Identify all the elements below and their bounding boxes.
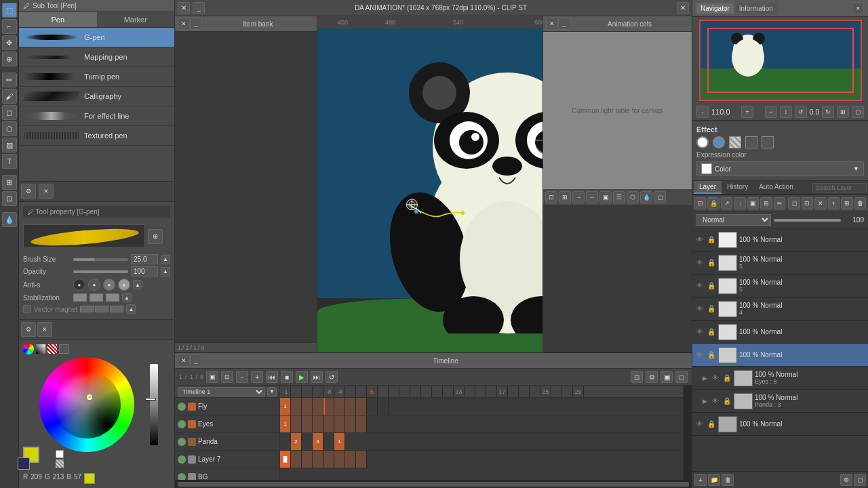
swatch-background[interactable] <box>18 458 30 470</box>
stab-seg-3[interactable] <box>106 293 119 302</box>
eyes-f-3[interactable]: 3 <box>302 415 313 432</box>
layer-lock-9[interactable]: 🔒 <box>707 420 716 429</box>
brush-item-textured[interactable]: Textured pen <box>19 126 174 146</box>
layer-tb-clip[interactable]: ▣ <box>747 197 759 209</box>
layer-add-btn[interactable]: + <box>694 474 707 486</box>
navigator-preview[interactable] <box>699 20 862 101</box>
layer-tab-auto[interactable]: Auto Action <box>753 181 799 194</box>
layer-row-2[interactable]: 👁 🔒 100 % Normal 5 <box>692 251 868 274</box>
tl-onion-btn[interactable]: ⊡ <box>221 371 233 383</box>
tl-stop-btn[interactable]: ■ <box>281 371 293 383</box>
tl-settings-btn[interactable]: ⚙ <box>646 371 658 383</box>
aa-up[interactable]: ▲ <box>133 280 142 289</box>
item-bank-close[interactable]: ✕ <box>178 18 190 30</box>
tl-eye-eyes[interactable] <box>178 420 186 428</box>
layer-tb-merge[interactable]: ⊞ <box>841 197 852 209</box>
zoom-tool[interactable]: ⊕ <box>2 52 17 66</box>
l7-f-2[interactable] <box>302 451 313 468</box>
select-tool[interactable]: ⬚ <box>2 3 17 18</box>
l7-f-6[interactable] <box>345 451 356 468</box>
stab-seg-1[interactable] <box>73 293 87 302</box>
timeline-menu-btn[interactable]: ▼ <box>267 387 277 396</box>
canvas-container[interactable]: 450 490 540 600 660 <box>317 16 542 352</box>
layer-opacity-slider[interactable] <box>774 219 842 222</box>
nav-extra-1[interactable]: ⊞ <box>837 106 849 118</box>
eyes-f-5[interactable]: 5 <box>323 415 334 432</box>
layer-vis-6[interactable]: 👁 <box>695 350 705 360</box>
panda-kf-3[interactable]: 3 <box>313 433 323 450</box>
opacity-up[interactable]: ▲ <box>161 267 170 277</box>
vm-up[interactable]: ▲ <box>126 304 136 314</box>
tl-extra-btn[interactable]: ▣ <box>660 371 673 383</box>
cel-btn-1[interactable]: ⊡ <box>545 191 557 203</box>
cel-btn-2[interactable]: ⊞ <box>559 191 571 203</box>
nav-tab-navigator[interactable]: Navigator <box>696 3 734 14</box>
layer-tb-extra-1[interactable]: ◻ <box>788 197 800 209</box>
color-wheel-icon[interactable] <box>23 344 34 354</box>
fly-e-2[interactable] <box>378 398 389 415</box>
nav-tab-information[interactable]: Information <box>735 3 777 14</box>
tl-expand-btn[interactable]: ⊡ <box>631 371 643 383</box>
tl-eye-fly[interactable] <box>178 403 186 411</box>
layer-folder-btn[interactable]: 📁 <box>708 474 720 486</box>
vector-magnet-check[interactable] <box>23 305 31 313</box>
layer-tb-3[interactable]: ↗ <box>721 197 732 209</box>
layer-tab-layer[interactable]: Layer <box>694 181 722 194</box>
brush-item-mapping[interactable]: Mapping pen <box>19 47 174 67</box>
window-maximize-btn[interactable]: ✕ <box>677 2 689 14</box>
brush-item-effect[interactable]: For effect line <box>19 106 174 126</box>
opacity-input[interactable] <box>131 266 158 277</box>
fly-f-3[interactable]: 3 <box>302 398 313 415</box>
nav-zoom-out-btn[interactable]: - <box>696 106 709 118</box>
l7-f-5[interactable] <box>334 451 345 468</box>
fly-f-5[interactable]: 5 <box>323 398 334 415</box>
tl-layer-panda[interactable]: Panda <box>175 433 279 451</box>
color-grayscale-icon[interactable] <box>36 344 45 354</box>
brush-size-input[interactable] <box>131 254 158 264</box>
layer-vis-1[interactable]: 👁 <box>695 235 705 245</box>
layer-expand-8[interactable]: ▶ <box>701 397 709 405</box>
swap-colors-btn[interactable] <box>56 450 64 458</box>
layer-vis-9[interactable]: 👁 <box>695 420 705 429</box>
aa-btn-3[interactable]: ● <box>103 279 115 291</box>
effect-circle-btn[interactable] <box>696 136 709 148</box>
nav-extra-2[interactable]: ◻ <box>852 106 864 118</box>
l7-f-4[interactable] <box>323 451 334 468</box>
extra-btn-1[interactable]: ⚙ <box>21 322 36 337</box>
timeline-scrollbar[interactable] <box>684 386 692 480</box>
layer-tab-history[interactable]: History <box>722 181 753 194</box>
eyes-f-4[interactable]: 4 <box>313 415 323 432</box>
brush-preview-zoom[interactable]: ⊕ <box>148 229 163 244</box>
window-close-btn[interactable]: ✕ <box>178 2 190 14</box>
nav-flip-v-btn[interactable]: ↕ <box>780 106 792 118</box>
brush-settings-btn[interactable]: ⚙ <box>21 184 36 199</box>
nav-zoom-in-btn[interactable]: + <box>741 106 753 118</box>
layer-row-1[interactable]: 👁 🔒 100 % Normal <box>692 228 868 251</box>
layer-row-6[interactable]: 👁 🔒 100 % Normal <box>692 344 868 367</box>
vm-seg-3[interactable] <box>110 306 123 312</box>
reset-colors-btn[interactable] <box>56 460 64 468</box>
tl-extra-btn2[interactable]: ◻ <box>675 371 688 383</box>
layer-tb-1[interactable]: ⊡ <box>694 197 706 209</box>
tl-layer-layer7[interactable]: Layer 7 <box>175 451 279 468</box>
layer-lock-2[interactable]: 🔒 <box>707 258 716 268</box>
effect-extra-btn2[interactable] <box>762 136 774 148</box>
timeline-select[interactable]: Timeline 1 <box>178 387 265 396</box>
tl-camera-btn[interactable]: ▣ <box>206 371 218 383</box>
eyes-f-7[interactable]: 7 <box>345 415 356 432</box>
panda-e-3[interactable] <box>302 433 313 450</box>
l7-f-1[interactable] <box>291 451 302 468</box>
brush-item-calligraphy[interactable]: Calligraphy <box>19 87 174 106</box>
layer-tb-extra-3[interactable]: ✕ <box>814 197 826 209</box>
aa-btn-1[interactable]: ● <box>73 279 85 291</box>
layer-del-btn[interactable]: 🗑 <box>722 474 734 486</box>
tl-eye-layer7[interactable] <box>178 455 186 464</box>
aa-btn-4[interactable]: ● <box>118 279 130 291</box>
color-pattern-icon[interactable] <box>47 344 57 354</box>
vm-seg-1[interactable] <box>80 306 94 312</box>
cel-btn-3[interactable]: → <box>572 191 585 203</box>
move-tool[interactable]: ✥ <box>2 35 17 50</box>
layer-tb-ref[interactable]: ⊞ <box>760 197 772 209</box>
l7-kf-1[interactable]: █ <box>280 451 291 468</box>
tl-eye-panda[interactable] <box>178 438 186 446</box>
